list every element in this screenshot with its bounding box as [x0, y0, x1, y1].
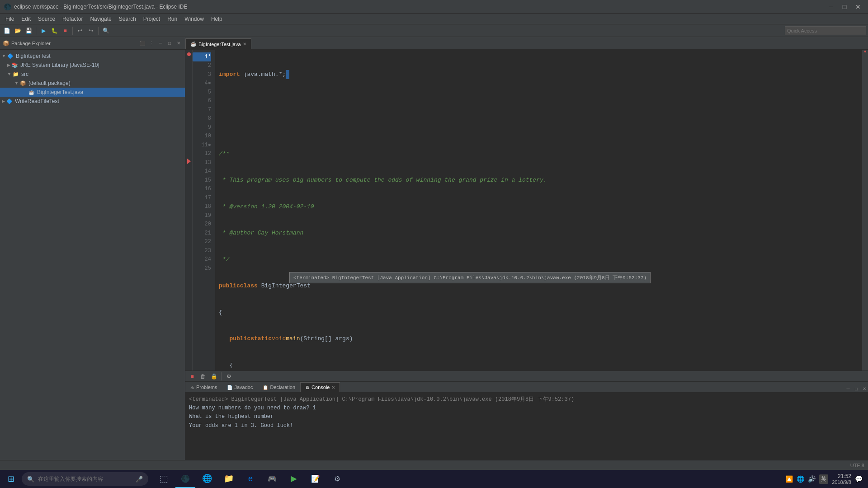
pkg-explorer-close[interactable]: ✕ — [175, 40, 182, 47]
project2-label: WriteReadFileTest — [15, 98, 59, 104]
library-icon: 📚 — [11, 61, 19, 69]
menu-edit[interactable]: Edit — [18, 15, 34, 23]
system-clock[interactable]: 21:52 2018/9/8 — [832, 473, 851, 485]
quick-access-input[interactable] — [785, 26, 866, 35]
app-icon: 🌑 — [4, 3, 11, 10]
code-line-6: * @version 1.20 2004-02-10 — [219, 202, 858, 211]
tab-javadoc[interactable]: 📄 Javadoc — [222, 382, 258, 392]
code-line-4: /** — [219, 150, 858, 159]
src-label: src — [21, 71, 28, 77]
task-view-icon: ⬚ — [160, 473, 168, 484]
search-toolbar-button[interactable]: 🔍 — [101, 26, 111, 36]
console-terminate[interactable]: ■ — [187, 371, 197, 381]
menu-source[interactable]: Source — [34, 15, 59, 23]
tab-problems[interactable]: ⚠ Problems — [185, 382, 222, 392]
console-output[interactable]: <terminated> BigIntegerTest [Java Applic… — [185, 393, 868, 470]
notification-icon[interactable]: 🔼 — [785, 475, 793, 483]
word-icon: 📝 — [311, 474, 320, 483]
open-button[interactable]: 📂 — [13, 26, 23, 36]
maximize-button[interactable]: □ — [838, 2, 851, 12]
new-button[interactable]: 📄 — [2, 26, 12, 36]
taskbar-word[interactable]: 📝 — [306, 470, 326, 488]
volume-icon[interactable]: 🔊 — [808, 475, 816, 483]
line-num-24: 24 — [193, 255, 211, 264]
title-bar: 🌑 eclipse-workspace - BigIntegerTest/src… — [0, 0, 868, 14]
taskbar-explorer[interactable]: 📁 — [219, 470, 239, 488]
line-num-22: 22 — [193, 238, 211, 247]
tab-close-button[interactable]: ✕ — [243, 42, 246, 47]
line-num-1: 1* — [193, 52, 211, 61]
taskbar-media[interactable]: ▶ — [284, 470, 304, 488]
console-clear[interactable]: 🗑 — [198, 371, 208, 381]
taskbar-settings[interactable]: ⚙ — [327, 470, 347, 488]
menu-file[interactable]: File — [2, 15, 18, 23]
code-line-7: * @author Cay Horstmann — [219, 229, 858, 238]
tree-bigintegertest-java[interactable]: ☕ BigIntegerTest.java — [0, 88, 185, 97]
ime-indicator[interactable]: 英 — [819, 474, 828, 484]
debug-button[interactable]: 🐛 — [49, 26, 59, 36]
taskbar-edge[interactable]: 🌐 — [197, 470, 217, 488]
redo-button[interactable]: ↪ — [86, 26, 96, 36]
line-num-7: 7 — [193, 105, 211, 114]
problems-icon: ⚠ — [190, 385, 194, 390]
console-settings[interactable]: ⚙ — [224, 371, 234, 381]
menu-project[interactable]: Project — [140, 15, 164, 23]
declaration-icon: 📋 — [263, 385, 268, 390]
menu-help[interactable]: Help — [208, 15, 226, 23]
taskbar-search[interactable]: 🔍 🎤 — [22, 472, 148, 486]
menu-navigate[interactable]: Navigate — [86, 15, 115, 23]
line-num-21: 21 — [193, 229, 211, 238]
taskbar-ie[interactable]: e — [241, 470, 260, 488]
minimize-button[interactable]: ─ — [825, 2, 837, 12]
line-num-2: 2 — [193, 61, 211, 70]
menu-refactor[interactable]: Refactor — [59, 15, 86, 23]
code-line-5: * This program uses big numbers to compu… — [219, 176, 858, 185]
code-line-11: public static void main(String[] args) — [219, 334, 858, 343]
menu-window[interactable]: Window — [181, 15, 208, 23]
pkg-explorer-collapse[interactable]: ⬛ — [139, 40, 146, 47]
tree-default-package[interactable]: ▼ 📦 (default package) — [0, 79, 185, 88]
close-button[interactable]: ✕ — [852, 2, 864, 12]
taskbar-eclipse[interactable]: 🌑 — [175, 470, 195, 488]
taskbar-task-view[interactable]: ⬚ — [154, 470, 174, 488]
pkg-explorer-min[interactable]: ─ — [157, 40, 164, 47]
console-tab-close[interactable]: ✕ — [331, 385, 335, 390]
tab-console[interactable]: 🖥 Console ✕ — [300, 382, 340, 392]
taskbar-game[interactable]: 🎮 — [262, 470, 282, 488]
bottom-min-button[interactable]: ─ — [844, 385, 852, 392]
code-line-2 — [219, 97, 858, 106]
editor-right-gutter — [862, 50, 868, 371]
project-icon: 🔷 — [7, 52, 14, 60]
line-num-17: 17 — [193, 193, 211, 202]
tab-declaration[interactable]: 📋 Declaration — [258, 382, 300, 392]
tree-src[interactable]: ▼ 📁 src — [0, 70, 185, 79]
tree-jre[interactable]: ▶ 📚 JRE System Library [JavaSE-10] — [0, 61, 185, 70]
tab-javadoc-label: Javadoc — [234, 385, 253, 390]
code-content[interactable]: import java.math.*; /** * This program u… — [215, 50, 862, 371]
menu-run[interactable]: Run — [164, 15, 181, 23]
start-button[interactable]: ⊞ — [2, 470, 20, 488]
run-button[interactable]: ▶ — [38, 26, 48, 36]
line-num-3: 3 — [193, 70, 211, 79]
status-bar: UTF-8 — [0, 460, 868, 470]
tab-declaration-label: Declaration — [270, 385, 295, 390]
notification-center-icon[interactable]: 💬 — [855, 475, 863, 483]
tree-writereadfiletest[interactable]: ▶ 🔷 WriteReadFileTest — [0, 97, 185, 106]
menu-search[interactable]: Search — [115, 15, 140, 23]
taskbar-search-input[interactable] — [38, 476, 132, 482]
line-num-12: 12 — [193, 150, 211, 159]
save-button[interactable]: 💾 — [24, 26, 33, 36]
bottom-max-button[interactable]: □ — [853, 385, 860, 392]
line-num-23: 23 — [193, 246, 211, 255]
tree-project-biginteger[interactable]: ▼ 🔷 BigIntegerTest — [0, 52, 185, 61]
right-panel: ☕ BigIntegerTest.java ✕ 1* 2 3 4● — [185, 37, 868, 470]
pkg-explorer-menu[interactable]: ⋮ — [148, 40, 155, 47]
tab-bigintegertest[interactable]: ☕ BigIntegerTest.java ✕ — [185, 38, 251, 49]
bottom-close-button[interactable]: ✕ — [861, 385, 868, 392]
line-num-8: 8 — [193, 114, 211, 123]
pkg-explorer-max[interactable]: □ — [166, 40, 173, 47]
stop-button[interactable]: ■ — [60, 26, 70, 36]
console-scroll-lock[interactable]: 🔒 — [209, 371, 219, 381]
network-icon[interactable]: 🌐 — [797, 475, 804, 483]
undo-button[interactable]: ↩ — [75, 26, 85, 36]
